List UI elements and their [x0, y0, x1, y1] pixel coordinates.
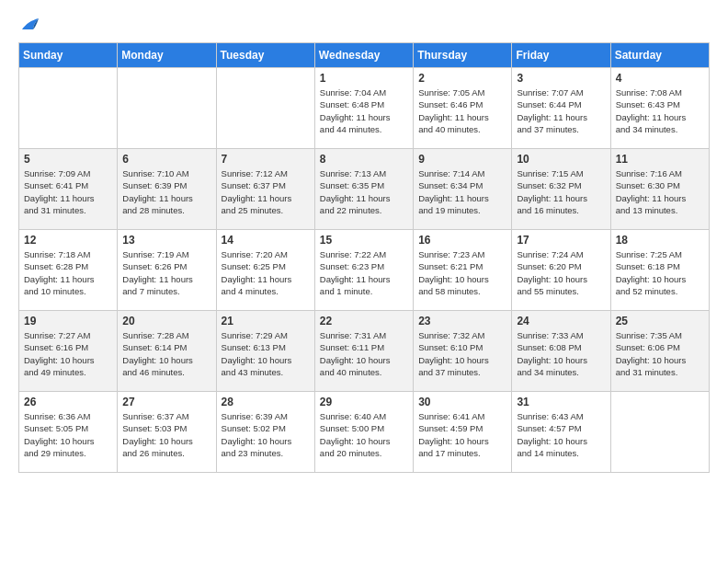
day-cell: 29Sunrise: 6:40 AM Sunset: 5:00 PM Dayli… [314, 392, 413, 473]
day-info: Sunrise: 7:32 AM Sunset: 6:10 PM Dayligh… [418, 330, 489, 377]
day-cell: 26Sunrise: 6:36 AM Sunset: 5:05 PM Dayli… [19, 392, 118, 473]
day-cell: 4Sunrise: 7:08 AM Sunset: 6:43 PM Daylig… [610, 68, 709, 149]
day-number: 28 [222, 396, 310, 408]
day-info: Sunrise: 7:28 AM Sunset: 6:14 PM Dayligh… [122, 330, 193, 377]
day-info: Sunrise: 7:07 AM Sunset: 6:44 PM Dayligh… [517, 87, 587, 134]
weekday-header-sunday: Sunday [19, 43, 118, 68]
day-cell: 21Sunrise: 7:29 AM Sunset: 6:13 PM Dayli… [216, 311, 314, 392]
week-row-5: 26Sunrise: 6:36 AM Sunset: 5:05 PM Dayli… [19, 392, 710, 473]
day-number: 20 [122, 315, 210, 327]
day-number: 3 [517, 72, 605, 85]
day-info: Sunrise: 7:10 AM Sunset: 6:39 PM Dayligh… [122, 168, 193, 215]
day-number: 13 [122, 234, 210, 247]
day-number: 10 [517, 153, 605, 166]
day-cell: 2Sunrise: 7:05 AM Sunset: 6:46 PM Daylig… [414, 68, 512, 149]
day-cell [216, 68, 314, 149]
day-cell: 14Sunrise: 7:20 AM Sunset: 6:25 PM Dayli… [216, 230, 314, 311]
day-cell: 23Sunrise: 7:32 AM Sunset: 6:10 PM Dayli… [414, 311, 512, 392]
day-info: Sunrise: 7:18 AM Sunset: 6:28 PM Dayligh… [24, 249, 95, 296]
day-cell: 20Sunrise: 7:28 AM Sunset: 6:14 PM Dayli… [118, 311, 216, 392]
day-cell: 16Sunrise: 7:23 AM Sunset: 6:21 PM Dayli… [414, 230, 512, 311]
day-cell: 7Sunrise: 7:12 AM Sunset: 6:37 PM Daylig… [216, 149, 314, 230]
day-cell: 28Sunrise: 6:39 AM Sunset: 5:02 PM Dayli… [216, 392, 314, 473]
day-number: 30 [418, 396, 506, 408]
day-info: Sunrise: 7:09 AM Sunset: 6:41 PM Dayligh… [24, 168, 95, 215]
calendar-table: SundayMondayTuesdayWednesdayThursdayFrid… [18, 42, 710, 473]
week-row-1: 1Sunrise: 7:04 AM Sunset: 6:48 PM Daylig… [19, 68, 710, 149]
day-cell: 22Sunrise: 7:31 AM Sunset: 6:11 PM Dayli… [314, 311, 413, 392]
day-cell: 5Sunrise: 7:09 AM Sunset: 6:41 PM Daylig… [19, 149, 118, 230]
day-info: Sunrise: 7:13 AM Sunset: 6:35 PM Dayligh… [320, 168, 391, 215]
header [18, 17, 710, 33]
weekday-header-friday: Friday [512, 43, 610, 68]
day-cell: 24Sunrise: 7:33 AM Sunset: 6:08 PM Dayli… [512, 311, 610, 392]
day-number: 6 [122, 153, 210, 166]
weekday-header-thursday: Thursday [414, 43, 512, 68]
day-info: Sunrise: 7:35 AM Sunset: 6:06 PM Dayligh… [616, 330, 687, 377]
day-cell [19, 68, 118, 149]
day-cell: 1Sunrise: 7:04 AM Sunset: 6:48 PM Daylig… [314, 68, 413, 149]
day-number: 31 [517, 396, 605, 408]
day-cell: 27Sunrise: 6:37 AM Sunset: 5:03 PM Dayli… [118, 392, 216, 473]
day-cell: 9Sunrise: 7:14 AM Sunset: 6:34 PM Daylig… [414, 149, 512, 230]
day-cell [118, 68, 216, 149]
day-info: Sunrise: 7:15 AM Sunset: 6:32 PM Dayligh… [517, 168, 587, 215]
day-info: Sunrise: 7:25 AM Sunset: 6:18 PM Dayligh… [616, 249, 687, 296]
weekday-header-saturday: Saturday [610, 43, 709, 68]
weekday-header-tuesday: Tuesday [216, 43, 314, 68]
week-row-3: 12Sunrise: 7:18 AM Sunset: 6:28 PM Dayli… [19, 230, 710, 311]
day-cell: 11Sunrise: 7:16 AM Sunset: 6:30 PM Dayli… [610, 149, 709, 230]
day-number: 14 [222, 234, 310, 247]
day-cell: 30Sunrise: 6:41 AM Sunset: 4:59 PM Dayli… [414, 392, 512, 473]
day-cell: 12Sunrise: 7:18 AM Sunset: 6:28 PM Dayli… [19, 230, 118, 311]
day-number: 29 [320, 396, 408, 408]
day-number: 25 [616, 315, 704, 327]
day-info: Sunrise: 7:23 AM Sunset: 6:21 PM Dayligh… [418, 249, 489, 296]
day-number: 21 [222, 315, 310, 327]
day-number: 18 [616, 234, 704, 247]
day-info: Sunrise: 7:04 AM Sunset: 6:48 PM Dayligh… [320, 87, 391, 134]
day-number: 11 [616, 153, 704, 166]
week-row-2: 5Sunrise: 7:09 AM Sunset: 6:41 PM Daylig… [19, 149, 710, 230]
logo [18, 17, 40, 33]
day-number: 16 [418, 234, 506, 247]
day-cell: 19Sunrise: 7:27 AM Sunset: 6:16 PM Dayli… [19, 311, 118, 392]
day-info: Sunrise: 6:43 AM Sunset: 4:57 PM Dayligh… [517, 411, 587, 458]
weekday-header-monday: Monday [118, 43, 216, 68]
day-cell: 10Sunrise: 7:15 AM Sunset: 6:32 PM Dayli… [512, 149, 610, 230]
day-cell: 17Sunrise: 7:24 AM Sunset: 6:20 PM Dayli… [512, 230, 610, 311]
day-cell [610, 392, 709, 473]
day-info: Sunrise: 7:20 AM Sunset: 6:25 PM Dayligh… [222, 249, 292, 296]
day-info: Sunrise: 7:16 AM Sunset: 6:30 PM Dayligh… [616, 168, 687, 215]
day-number: 24 [517, 315, 605, 327]
day-number: 4 [616, 72, 704, 85]
day-number: 12 [24, 234, 112, 247]
day-cell: 25Sunrise: 7:35 AM Sunset: 6:06 PM Dayli… [610, 311, 709, 392]
day-cell: 8Sunrise: 7:13 AM Sunset: 6:35 PM Daylig… [314, 149, 413, 230]
day-info: Sunrise: 7:29 AM Sunset: 6:13 PM Dayligh… [222, 330, 292, 377]
day-info: Sunrise: 7:12 AM Sunset: 6:37 PM Dayligh… [222, 168, 292, 215]
day-number: 7 [222, 153, 310, 166]
day-info: Sunrise: 7:14 AM Sunset: 6:34 PM Dayligh… [418, 168, 489, 215]
day-number: 17 [517, 234, 605, 247]
day-number: 2 [418, 72, 506, 85]
day-info: Sunrise: 6:36 AM Sunset: 5:05 PM Dayligh… [24, 411, 95, 458]
day-number: 9 [418, 153, 506, 166]
calendar-page: SundayMondayTuesdayWednesdayThursdayFrid… [0, 0, 728, 489]
day-info: Sunrise: 7:27 AM Sunset: 6:16 PM Dayligh… [24, 330, 95, 377]
day-info: Sunrise: 7:31 AM Sunset: 6:11 PM Dayligh… [320, 330, 391, 377]
day-number: 22 [320, 315, 408, 327]
day-info: Sunrise: 7:08 AM Sunset: 6:43 PM Dayligh… [616, 87, 687, 134]
day-number: 15 [320, 234, 408, 247]
day-info: Sunrise: 7:22 AM Sunset: 6:23 PM Dayligh… [320, 249, 391, 296]
day-info: Sunrise: 6:39 AM Sunset: 5:02 PM Dayligh… [222, 411, 292, 458]
week-row-4: 19Sunrise: 7:27 AM Sunset: 6:16 PM Dayli… [19, 311, 710, 392]
day-number: 19 [24, 315, 112, 327]
logo-bird-icon [20, 17, 40, 33]
weekday-header-wednesday: Wednesday [314, 43, 413, 68]
day-info: Sunrise: 6:40 AM Sunset: 5:00 PM Dayligh… [320, 411, 391, 458]
day-info: Sunrise: 6:37 AM Sunset: 5:03 PM Dayligh… [122, 411, 193, 458]
day-info: Sunrise: 7:33 AM Sunset: 6:08 PM Dayligh… [517, 330, 587, 377]
day-cell: 31Sunrise: 6:43 AM Sunset: 4:57 PM Dayli… [512, 392, 610, 473]
day-cell: 13Sunrise: 7:19 AM Sunset: 6:26 PM Dayli… [118, 230, 216, 311]
